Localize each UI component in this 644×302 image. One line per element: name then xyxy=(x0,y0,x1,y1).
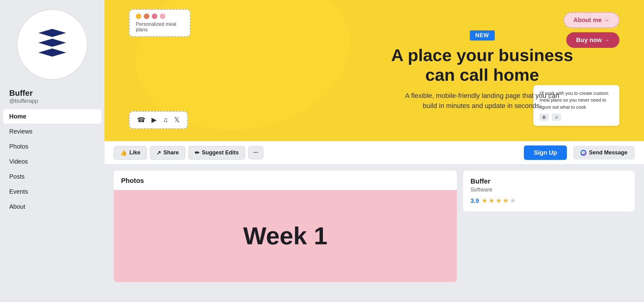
banner-subtitle: A flexible, mobile-friendly landing page… xyxy=(212,91,644,111)
content-section: Photos Week 1 Buffer Software 3.9 ★ ★ ★ … xyxy=(104,165,644,288)
banner-center-content: NEW A place your business can call home … xyxy=(212,30,644,111)
sidebar-nav: Home Reviews Photos Videos Posts Events … xyxy=(0,109,104,215)
star-1: ★ xyxy=(481,197,488,205)
sidebar-item-events[interactable]: Events xyxy=(3,184,101,199)
meal-plans-label: Personalized meal plans xyxy=(136,21,184,33)
main-content: Personalized meal plans NEW A place your… xyxy=(104,0,644,288)
share-label: Share xyxy=(163,149,179,156)
send-message-button[interactable]: 💬 Send Message xyxy=(573,146,635,160)
about-me-card[interactable]: About me → xyxy=(564,12,619,28)
banner-subtitle-line2: build in minutes and update in seconds. xyxy=(423,102,541,110)
stars: ★ ★ ★ ★ ★ xyxy=(481,197,516,205)
dot-pink xyxy=(152,14,157,19)
sidebar-item-about[interactable]: About xyxy=(3,199,101,214)
sidebar-item-videos[interactable]: Videos xyxy=(3,154,101,169)
dot-orange xyxy=(144,14,149,19)
more-button[interactable]: ··· xyxy=(248,146,263,159)
sidebar-item-posts[interactable]: Posts xyxy=(3,169,101,184)
like-label: Like xyxy=(129,149,140,156)
buffer-logo-icon xyxy=(38,29,66,60)
photos-preview: Week 1 xyxy=(114,190,457,282)
share-icon: ↗ xyxy=(156,149,161,156)
pencil-icon: ✏ xyxy=(195,149,199,156)
star-3: ★ xyxy=(496,197,502,205)
sidebar-item-reviews[interactable]: Reviews xyxy=(3,124,101,139)
photos-header: Photos xyxy=(114,171,457,190)
new-badge: NEW xyxy=(470,30,495,41)
banner-title: A place your business can call home xyxy=(212,45,644,85)
bold-button[interactable]: B xyxy=(540,114,549,121)
color-dots xyxy=(136,14,184,19)
banner-title-line1: A place your business xyxy=(391,45,573,65)
brand-avatar xyxy=(17,9,88,80)
info-category: Software xyxy=(470,187,627,193)
meal-note-toolbar: B ≡ xyxy=(540,114,613,121)
brand-name: Buffer xyxy=(0,88,33,98)
suggest-edits-button[interactable]: ✏ Suggest Edits xyxy=(188,146,245,160)
brand-handle: @bufferapp xyxy=(0,98,38,104)
like-button[interactable]: 👍 Like xyxy=(114,146,147,160)
star-5: ★ xyxy=(510,197,516,205)
info-brand: Buffer xyxy=(470,177,627,185)
youtube-icon: ▶ xyxy=(151,116,157,124)
banner-subtitle-line1: A flexible, mobile-friendly landing page… xyxy=(405,92,559,99)
info-card: Buffer Software 3.9 ★ ★ ★ ★ ★ xyxy=(463,171,635,211)
align-button[interactable]: ≡ xyxy=(552,114,561,121)
more-label: ··· xyxy=(253,149,258,156)
dot-light-pink xyxy=(160,14,165,19)
action-bar: 👍 Like ↗ Share ✏ Suggest Edits ··· Sign … xyxy=(104,141,644,165)
rating-row: 3.9 ★ ★ ★ ★ ★ xyxy=(470,197,627,205)
star-2: ★ xyxy=(489,197,495,205)
dot-yellow xyxy=(136,14,141,19)
signup-button[interactable]: Sign Up xyxy=(524,145,567,160)
instagram-icon: ☎ xyxy=(137,116,145,124)
info-panel: Buffer Software 3.9 ★ ★ ★ ★ ★ xyxy=(463,171,635,282)
star-4: ★ xyxy=(503,197,509,205)
twitter-icon: 𝕏 xyxy=(174,116,180,124)
sidebar-item-home[interactable]: Home xyxy=(3,109,101,124)
send-message-label: Send Message xyxy=(589,149,627,156)
social-icons-card: ☎ ▶ ♫ 𝕏 xyxy=(129,111,188,129)
photos-preview-text: Week 1 xyxy=(243,222,328,250)
share-button[interactable]: ↗ Share xyxy=(150,146,185,160)
suggest-edits-label: Suggest Edits xyxy=(202,149,239,156)
messenger-icon: 💬 xyxy=(580,150,587,156)
photos-panel: Photos Week 1 xyxy=(114,171,457,282)
sidebar-item-photos[interactable]: Photos xyxy=(3,139,101,154)
cover-banner: Personalized meal plans NEW A place your… xyxy=(104,0,644,141)
rating-value: 3.9 xyxy=(470,197,479,204)
meal-plans-card: Personalized meal plans xyxy=(129,9,190,37)
banner-title-line2: can call home xyxy=(425,65,539,85)
tiktok-icon: ♫ xyxy=(163,116,168,124)
thumbs-up-icon: 👍 xyxy=(120,149,127,156)
sidebar: Buffer @bufferapp Home Reviews Photos Vi… xyxy=(0,0,104,302)
